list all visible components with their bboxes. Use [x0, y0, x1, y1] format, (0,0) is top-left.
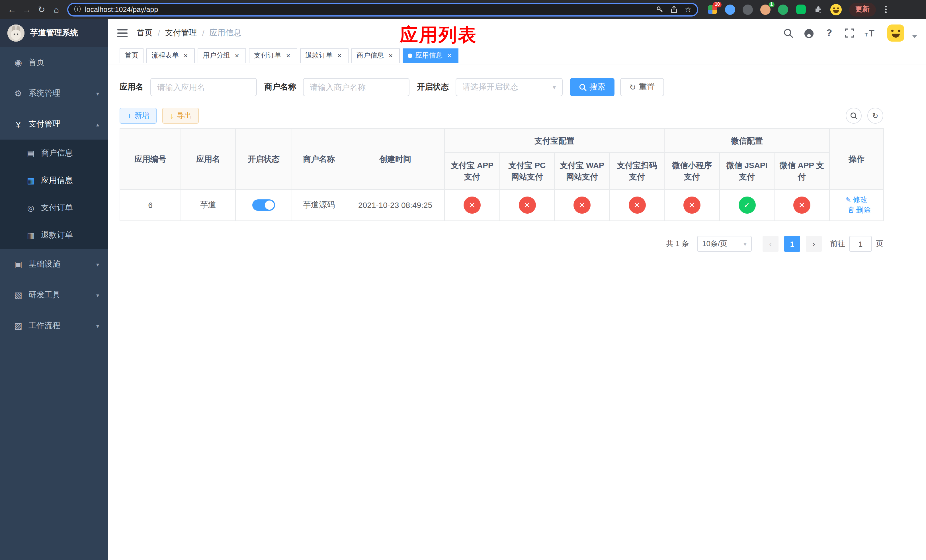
delete-link[interactable]: 删除 [848, 205, 871, 215]
hide-search-button[interactable] [846, 107, 862, 124]
edit-link-label: 修改 [853, 195, 868, 205]
sidebar-item-app-info[interactable]: ▦ 应用信息 [0, 167, 108, 194]
status-select[interactable]: 请选择开启状态 ▾ [455, 78, 563, 96]
goto-label: 前往 [830, 239, 845, 249]
add-button-label: 新增 [135, 110, 149, 121]
tab-refund-order[interactable]: 退款订单 × [300, 48, 348, 63]
sidebar-item-pay-order[interactable]: ◎ 支付订单 [0, 194, 108, 222]
sidebar-item-merchant-info[interactable]: ▤ 商户信息 [0, 139, 108, 167]
close-icon[interactable]: × [336, 51, 343, 59]
circle-glyph [743, 4, 753, 15]
alipay-wap-disabled-icon: ✕ [573, 197, 590, 213]
cell-create-time: 2021-10-23 08:49:25 [346, 189, 445, 221]
breadcrumb-payment[interactable]: 支付管理 [165, 28, 197, 38]
pagination-total: 共 1 条 [666, 239, 689, 249]
fullscreen-icon[interactable] [843, 26, 856, 40]
edit-link[interactable]: ✎ 修改 [846, 195, 868, 205]
search-button[interactable]: 搜索 [570, 78, 614, 96]
chat-square-glyph [796, 5, 805, 14]
bookmark-star-icon[interactable]: ☆ [685, 5, 691, 14]
sidebar: 芋道管理系统 ◉ 首页 ⚙ 系统管理 ▾ ¥ 支付管理 ▴ ▤ 商户信息 [0, 19, 108, 560]
share-icon[interactable] [670, 6, 678, 13]
blue-drop-extension-icon[interactable] [724, 3, 736, 16]
merchant-name-input[interactable] [303, 78, 410, 96]
app-name-label: 应用名 [120, 82, 144, 92]
help-icon[interactable]: ? [822, 26, 836, 40]
close-icon[interactable]: × [284, 51, 292, 59]
address-bar[interactable]: ⓘ localhost:1024/pay/app ☆ [67, 3, 698, 16]
add-button[interactable]: + 新增 [120, 107, 157, 124]
next-page-button[interactable]: › [806, 236, 822, 252]
header-cell-alipay-qr: 支付宝扫码支付 [610, 152, 664, 189]
sidebar-item-label: 首页 [29, 58, 99, 68]
header-cell-merchant-name: 商户名称 [292, 129, 346, 189]
colorful-extension-icon[interactable]: 10 [706, 3, 719, 16]
breadcrumb-home[interactable]: 首页 [137, 28, 153, 38]
page-size-select[interactable]: 10条/页 ▾ [697, 236, 752, 252]
sidebar-item-refund-order[interactable]: ▥ 退款订单 [0, 222, 108, 249]
sidebar-item-system[interactable]: ⚙ 系统管理 ▾ [0, 78, 108, 109]
refresh-table-button[interactable]: ↻ [867, 107, 883, 124]
puzzle-glyph [814, 5, 823, 14]
user-avatar[interactable] [887, 24, 904, 42]
app-logo[interactable]: 芋道管理系统 [0, 19, 108, 47]
back-icon[interactable]: ← [5, 2, 20, 17]
goto-page-input[interactable] [849, 236, 872, 252]
tab-process-form[interactable]: 流程表单 × [146, 48, 195, 63]
profile-avatar-extension-icon[interactable]: 1 [759, 3, 772, 16]
search-icon[interactable] [781, 26, 795, 40]
sidebar-item-dev-tools[interactable]: ▧ 研发工具 ▾ [0, 280, 108, 310]
sidebar-item-workflow[interactable]: ▨ 工作流程 ▾ [0, 310, 108, 341]
reset-button[interactable]: ↻ 重置 [620, 78, 664, 96]
prev-page-button[interactable]: ‹ [763, 236, 779, 252]
header-cell-create-time: 创建时间 [346, 129, 445, 189]
tab-pay-order[interactable]: 支付订单 × [249, 48, 297, 63]
site-info-icon[interactable]: ⓘ [74, 5, 81, 14]
browser-toolbar: ← → ↻ ⌂ ⓘ localhost:1024/pay/app ☆ 10 [0, 0, 926, 19]
font-size-icon[interactable]: тT [863, 26, 877, 40]
cell-status [236, 189, 292, 221]
tab-home[interactable]: 首页 [120, 48, 144, 63]
chrome-update-button[interactable]: 更新 [849, 3, 876, 16]
tab-label: 用户分组 [203, 51, 230, 61]
avatar-caret-icon[interactable] [912, 35, 917, 38]
sidebar-item-home[interactable]: ◉ 首页 [0, 47, 108, 78]
dark-circle-extension-icon[interactable] [741, 3, 754, 16]
export-button[interactable]: ↓ 导出 [162, 107, 199, 124]
app-name-input[interactable] [150, 78, 257, 96]
close-icon[interactable]: × [233, 51, 241, 59]
sidebar-item-payment[interactable]: ¥ 支付管理 ▴ [0, 109, 108, 139]
cell-wechat-jsapi: ✓ [720, 189, 774, 221]
sidebar-item-infrastructure[interactable]: ▣ 基础设施 ▾ [0, 249, 108, 280]
cell-alipay-app: ✕ [445, 189, 500, 221]
password-key-icon[interactable] [656, 6, 664, 13]
tab-user-group[interactable]: 用户分组 × [198, 48, 246, 63]
home-icon[interactable]: ⌂ [49, 2, 64, 17]
drop-glyph [725, 4, 735, 15]
cell-app-name: 芋道 [181, 189, 236, 221]
reload-icon[interactable]: ↻ [34, 2, 49, 17]
forward-icon[interactable]: → [20, 2, 34, 17]
green-circle-extension-icon[interactable] [777, 3, 789, 16]
wechat-devtools-extension-icon[interactable] [794, 3, 807, 16]
emoji-avatar-icon[interactable] [830, 3, 842, 16]
close-icon[interactable]: × [445, 51, 453, 59]
tab-app-info[interactable]: 应用信息 × [402, 48, 458, 63]
github-icon[interactable] [802, 26, 816, 40]
page-number-button[interactable]: 1 [784, 236, 800, 252]
close-icon[interactable]: × [387, 51, 395, 59]
status-toggle[interactable] [252, 200, 275, 211]
close-icon[interactable]: × [182, 51, 190, 59]
extensions-puzzle-icon[interactable] [812, 3, 825, 16]
edit-icon: ✎ [846, 196, 851, 204]
grid-icon: ▦ [24, 176, 38, 185]
refresh-icon: ↻ [629, 83, 636, 92]
header-cell-alipay-pc: 支付宝 PC 网站支付 [500, 152, 554, 189]
sidebar-item-label: 工作流程 [29, 321, 96, 331]
status-select-placeholder: 请选择开启状态 [462, 82, 518, 92]
hamburger-icon[interactable] [117, 29, 127, 37]
tab-merchant-info[interactable]: 商户信息 × [351, 48, 400, 63]
sidebar-item-label: 退款订单 [41, 230, 99, 241]
browser-menu-icon[interactable] [881, 3, 891, 16]
payment-submenu: ▤ 商户信息 ▦ 应用信息 ◎ 支付订单 ▥ 退款订单 [0, 139, 108, 249]
